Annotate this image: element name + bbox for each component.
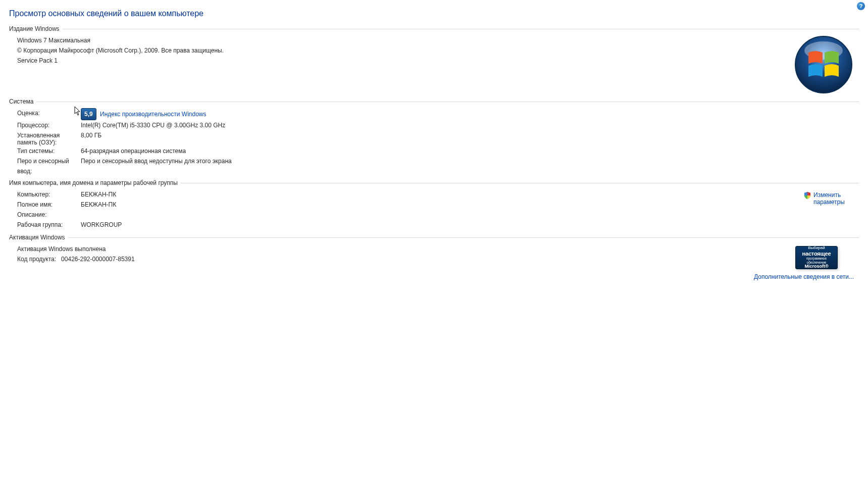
section-header-edition: Издание Windows	[9, 25, 63, 32]
section-header-naming: Имя компьютера, имя домена и параметры р…	[9, 179, 181, 186]
rating-badge[interactable]: 5,9	[81, 108, 96, 120]
section-computer-name: Имя компьютера, имя домена и параметры р…	[9, 179, 859, 230]
edition-name: Windows 7 Максимальная	[17, 35, 859, 45]
pen-touch-label: Перо и сенсорный ввод:	[17, 156, 81, 176]
section-header-activation: Активация Windows	[9, 234, 68, 241]
performance-index-link[interactable]: Индекс производительности Windows	[100, 111, 206, 118]
workgroup-label: Рабочая группа:	[17, 220, 81, 230]
shield-icon	[803, 191, 811, 200]
genuine-line4: Microsoft®	[797, 264, 836, 269]
product-id-value: 00426-292-0000007-85391	[61, 256, 134, 263]
genuine-line1: Выбирай	[797, 246, 836, 251]
system-type-label: Тип системы:	[17, 146, 81, 156]
section-header-system: Система	[9, 98, 36, 105]
more-info-online-link[interactable]: Дополнительные сведения в сети...	[754, 273, 854, 280]
divider	[36, 102, 859, 102]
edition-copyright: © Корпорация Майкрософт (Microsoft Corp.…	[17, 45, 859, 56]
cpu-label: Процессор:	[17, 120, 81, 130]
fullname-value: БЕКЖАН-ПК	[81, 200, 859, 210]
system-type-value: 64-разрядная операционная система	[81, 146, 859, 156]
ram-label: Установленная память (ОЗУ):	[17, 130, 81, 146]
divider	[68, 237, 859, 238]
section-system: Система Оценка: 5,9 Индекс производитель…	[9, 98, 859, 176]
change-settings-text: Изменить параметры	[813, 191, 854, 206]
page-title: Просмотр основных сведений о вашем компь…	[9, 9, 859, 18]
workgroup-value: WORKGROUP	[81, 220, 859, 230]
divider	[63, 29, 859, 29]
change-settings-link[interactable]: Изменить параметры	[803, 191, 854, 206]
genuine-microsoft-badge[interactable]: Выбирай настоящее программное обеспечени…	[795, 246, 838, 269]
edition-service-pack: Service Pack 1	[17, 56, 859, 66]
rating-label: Оценка:	[17, 108, 81, 118]
computer-label: Компьютер:	[17, 189, 81, 200]
pen-touch-value: Перо и сенсорный ввод недоступны для это…	[81, 156, 859, 166]
computer-value: БЕКЖАН-ПК	[81, 189, 859, 200]
divider	[181, 183, 859, 183]
windows-logo-icon	[793, 34, 854, 95]
description-label: Описание:	[17, 210, 81, 220]
product-id-label: Код продукта:	[17, 256, 56, 263]
section-activation: Активация Windows Активация Windows выпо…	[9, 234, 859, 264]
system-properties-page: Просмотр основных сведений о вашем компь…	[0, 0, 868, 264]
genuine-line3: программное обеспечение	[797, 257, 836, 264]
activation-status: Активация Windows выполнена	[17, 244, 859, 254]
section-windows-edition: Издание Windows Windows 7 Максимальная ©…	[9, 25, 859, 66]
genuine-line2: настоящее	[797, 251, 836, 257]
ram-value: 8,00 ГБ	[81, 130, 859, 140]
fullname-label: Полное имя:	[17, 200, 81, 210]
cpu-value: Intel(R) Core(TM) i5-3330 CPU @ 3.00GHz …	[81, 120, 859, 130]
